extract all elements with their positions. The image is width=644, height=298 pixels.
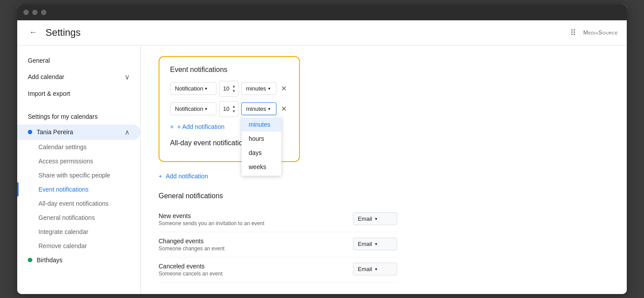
body: General Add calendar ∨ Import & export S…	[17, 45, 627, 294]
header-left: ← Settings	[26, 26, 81, 40]
dropdown-item-weeks[interactable]: weeks	[242, 160, 281, 174]
changed-events-label: Changed events	[159, 238, 224, 245]
remove-notification-2[interactable]: ✕	[279, 104, 288, 114]
unit-dropdown-menu: minutes hours days weeks	[242, 116, 281, 176]
notification-row-2: Notification ▾ 10 ▲ ▼ minutes	[170, 101, 288, 117]
dropdown-item-minutes[interactable]: minutes	[242, 117, 281, 132]
dropdown-item-hours[interactable]: hours	[242, 132, 281, 146]
app-content: ← Settings ⠿ MediaSource General Add cal…	[17, 20, 627, 294]
window-dot-1	[23, 10, 29, 15]
calendar-name-birthdays: Birthdays	[37, 257, 62, 264]
new-events-email-select[interactable]: Email ▾	[353, 212, 397, 225]
chevron-down-icon-type-1: ▾	[205, 86, 207, 91]
event-notifications-title: Event notifications	[170, 66, 288, 74]
chevron-down-icon-unit-2: ▾	[268, 106, 270, 111]
chevron-down-icon-changed-events: ▾	[375, 241, 377, 246]
sidebar-item-import-export[interactable]: Import & export	[17, 86, 140, 102]
plus-icon-event: +	[170, 123, 174, 130]
spin-buttons-1: ▲ ▼	[231, 84, 236, 94]
chevron-down-icon: ∨	[125, 73, 130, 81]
sidebar-divider	[17, 102, 140, 109]
spin-down-2[interactable]: ▼	[231, 109, 236, 114]
window: ← Settings ⠿ MediaSource General Add cal…	[17, 4, 627, 294]
general-row-info-new-events: New events Someone sends you an invitati…	[159, 212, 265, 226]
general-row-new-events: New events Someone sends you an invitati…	[159, 207, 397, 232]
chevron-down-icon-canceled-events: ▾	[375, 267, 377, 272]
spin-up-1[interactable]: ▲	[231, 84, 236, 89]
sidebar-sub-access-permissions[interactable]: Access permissions	[17, 154, 140, 168]
new-events-sublabel: Someone sends you an invitation to an ev…	[159, 220, 265, 226]
titlebar	[17, 4, 627, 20]
notification-number-input-2[interactable]: 10 ▲ ▼	[219, 101, 239, 117]
general-row-info-changed-events: Changed events Someone changes an event	[159, 238, 224, 252]
sidebar-calendar-tania[interactable]: Tania Pereira ∧	[17, 124, 140, 140]
sidebar: General Add calendar ∨ Import & export S…	[17, 45, 141, 294]
remove-notification-1[interactable]: ✕	[279, 83, 288, 94]
calendar-name-tania: Tania Pereira	[37, 128, 73, 136]
window-dot-3	[41, 10, 46, 15]
page-title: Settings	[45, 27, 81, 38]
sidebar-sub-remove-calendar[interactable]: Remove calendar	[17, 239, 140, 253]
spin-up-2[interactable]: ▲	[231, 104, 236, 109]
sidebar-sub-integrate-calendar[interactable]: Integrate calendar	[17, 225, 140, 239]
new-events-label: New events	[159, 212, 265, 219]
calendar-dot-tania	[28, 130, 32, 134]
general-notifications-section: General notifications New events Someone…	[159, 192, 397, 283]
back-button[interactable]: ←	[26, 26, 40, 40]
sidebar-sub-allday-notifications[interactable]: All-day event notifications	[17, 196, 140, 211]
header-right: ⠿ MediaSource	[570, 28, 618, 38]
general-row-changed-events: Changed events Someone changes an event …	[159, 232, 397, 257]
sidebar-sub-general-notifications[interactable]: General notifications	[17, 211, 140, 225]
chevron-down-icon-new-events: ▾	[375, 216, 377, 221]
notification-number-input-1[interactable]: 10 ▲ ▼	[219, 81, 239, 97]
notification-unit-select-2[interactable]: minutes ▾ minutes hours days weeks	[241, 102, 277, 115]
notification-type-select-2[interactable]: Notification ▾	[170, 102, 216, 115]
calendar-dot-birthdays	[28, 258, 32, 262]
canceled-events-sublabel: Someone cancels an event	[159, 271, 223, 277]
changed-events-email-select[interactable]: Email ▾	[353, 238, 397, 250]
brand-label: MediaSource	[583, 29, 618, 36]
add-event-notification-button[interactable]: + + Add notification	[170, 121, 224, 132]
window-dot-2	[32, 10, 38, 15]
plus-icon-allday: +	[159, 173, 162, 180]
sidebar-sub-share-people[interactable]: Share with specific people	[17, 168, 140, 182]
canceled-events-email-select[interactable]: Email ▾	[353, 263, 397, 275]
dropdown-item-days[interactable]: days	[242, 146, 281, 160]
chevron-down-icon-type-2: ▾	[205, 106, 207, 111]
sidebar-sub-event-notifications[interactable]: Event notifications	[17, 182, 140, 196]
changed-events-sublabel: Someone changes an event	[159, 245, 224, 252]
notification-row-1: Notification ▾ 10 ▲ ▼ minutes	[170, 81, 288, 97]
header: ← Settings ⠿ MediaSource	[17, 20, 627, 45]
sidebar-calendar-birthdays[interactable]: Birthdays	[17, 253, 140, 267]
notification-unit-select-1[interactable]: minutes ▾	[241, 82, 277, 95]
chevron-up-icon: ∧	[125, 128, 130, 136]
canceled-events-label: Canceled events	[159, 263, 223, 270]
sidebar-item-general[interactable]: General	[17, 53, 140, 68]
sidebar-item-add-calendar[interactable]: Add calendar ∨	[17, 68, 140, 86]
sidebar-group-label: Settings for my calendars	[17, 109, 140, 124]
general-row-canceled-events: Canceled events Someone cancels an event…	[159, 257, 397, 283]
main-content: Event notifications Notification ▾ 10 ▲ …	[141, 45, 627, 294]
chevron-down-icon-unit-1: ▾	[268, 86, 270, 91]
active-bar	[17, 182, 19, 196]
sidebar-sub-calendar-settings[interactable]: Calendar settings	[17, 140, 140, 154]
spin-down-1[interactable]: ▼	[231, 89, 236, 94]
apps-icon[interactable]: ⠿	[570, 28, 576, 38]
spin-buttons-2: ▲ ▼	[231, 104, 236, 114]
add-allday-notification-button[interactable]: + Add notification	[159, 171, 208, 181]
notification-type-select-1[interactable]: Notification ▾	[170, 82, 216, 95]
general-row-info-canceled-events: Canceled events Someone cancels an event	[159, 263, 223, 277]
event-notifications-card: Event notifications Notification ▾ 10 ▲ …	[159, 56, 300, 162]
general-notifications-title: General notifications	[159, 192, 397, 200]
